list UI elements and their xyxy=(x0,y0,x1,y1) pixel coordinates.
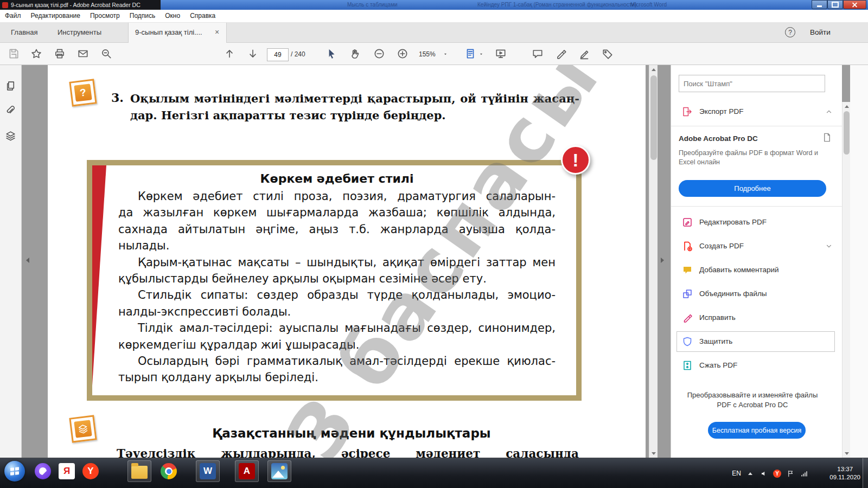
help-icon[interactable]: ? xyxy=(785,27,795,37)
tab-home[interactable]: Главная xyxy=(3,23,45,42)
network-icon[interactable] xyxy=(800,469,808,478)
page-number-input[interactable] xyxy=(267,48,289,61)
tray-chevron-icon[interactable] xyxy=(746,469,755,478)
chevron-up-icon[interactable] xyxy=(825,108,833,115)
background-window-title[interactable]: Мысль с таблицами xyxy=(347,2,398,8)
comment-tool-icon[interactable] xyxy=(532,48,545,61)
window-title-area: 9-сынып қазақ тілі.pdf - Adobe Acrobat R… xyxy=(0,0,161,10)
exclamation-badge: ! xyxy=(561,145,590,175)
panel-scrollbar-thumb[interactable] xyxy=(844,111,850,155)
tools-search-input[interactable] xyxy=(679,75,825,92)
menu-help[interactable]: Справка xyxy=(185,10,220,22)
tool-protect[interactable]: Защитить xyxy=(671,330,843,354)
free-trial-button[interactable]: Бесплатная пробная версия xyxy=(708,422,806,439)
zoom-out-button[interactable] xyxy=(373,48,386,61)
pdf-scrollbar[interactable] xyxy=(649,65,658,458)
email-button[interactable] xyxy=(77,48,90,61)
tool-add-comment[interactable]: Добавить комментарий xyxy=(671,258,843,282)
highlight-tool-icon[interactable] xyxy=(555,48,568,61)
collapse-left-pane-icon[interactable] xyxy=(26,255,33,266)
page-display-mode-icon[interactable] xyxy=(464,48,477,61)
page-thumbnails-icon[interactable] xyxy=(5,80,17,92)
clock[interactable]: 13:37 09.11.2020 xyxy=(829,458,860,488)
box-line: көркемдегіш құралдар жиі ұшырасады. xyxy=(118,337,556,353)
tool-fix[interactable]: Исправить xyxy=(671,306,843,330)
tab-tools[interactable]: Инструменты xyxy=(50,23,109,42)
close-button[interactable] xyxy=(843,0,866,9)
minimize-button[interactable] xyxy=(812,0,827,9)
tab-close-icon[interactable]: × xyxy=(212,28,222,37)
word-icon[interactable]: W xyxy=(199,462,217,480)
send-tool-icon[interactable] xyxy=(602,48,615,61)
menu-edit[interactable]: Редактирование xyxy=(26,10,85,22)
star-button[interactable] xyxy=(30,48,43,61)
save-button[interactable] xyxy=(8,48,21,61)
tray-yandex-icon[interactable]: Y xyxy=(773,470,781,478)
background-window-title[interactable]: Кейіндеу РПГ 1-сабақ (Роман странненной … xyxy=(477,2,636,8)
zoom-in-button[interactable] xyxy=(397,48,410,61)
presentation-mode-icon[interactable] xyxy=(495,48,508,61)
zoom-out-search-icon[interactable] xyxy=(100,48,113,61)
details-button[interactable]: Подробнее xyxy=(679,180,826,197)
show-desktop-button[interactable] xyxy=(863,458,868,488)
panel-scroll-down-icon[interactable] xyxy=(843,449,851,458)
panel-scrollbar[interactable] xyxy=(842,102,850,458)
export-pdf-row[interactable]: Экспорт PDF xyxy=(671,103,843,120)
yandex-icon[interactable]: Y xyxy=(81,462,100,480)
tool-label: Защитить xyxy=(699,330,732,354)
layers-icon[interactable] xyxy=(5,130,17,142)
hand-tool-icon[interactable] xyxy=(349,48,362,61)
photo-viewer-icon[interactable] xyxy=(270,462,289,480)
flag-icon[interactable] xyxy=(786,469,795,478)
box-line: Осылардың бәрі грамматикалық амал-тәсілд… xyxy=(118,353,556,369)
left-sidebar xyxy=(0,65,22,458)
footer-promo-text: Преобразовывайте и изменяйте файлы PDF с… xyxy=(681,390,824,410)
combine-files-icon xyxy=(682,288,693,299)
screen: 9-сынып қазақ тілі.pdf - Adobe Acrobat R… xyxy=(0,0,868,488)
yandex-browser-icon[interactable]: Я xyxy=(58,462,76,480)
scroll-down-icon[interactable] xyxy=(649,449,658,458)
background-window-title[interactable]: Microsoft Word xyxy=(630,2,667,8)
next-page-button[interactable] xyxy=(247,48,260,61)
panel-scroll-up-icon[interactable] xyxy=(843,102,851,111)
language-indicator[interactable]: EN xyxy=(732,470,741,477)
menu-file[interactable]: Файл xyxy=(0,10,26,22)
pdf-scrollbar-thumb[interactable] xyxy=(650,75,657,160)
tool-compress-pdf[interactable]: Сжать PDF xyxy=(671,354,843,377)
maximize-button[interactable] xyxy=(827,0,843,9)
chrome-icon[interactable] xyxy=(159,462,178,480)
print-button[interactable] xyxy=(54,48,67,61)
sign-in-link[interactable]: Войти xyxy=(810,23,831,42)
acrobat-pro-title: Adobe Acrobat Pro DC xyxy=(679,134,758,143)
compress-pdf-icon xyxy=(682,360,693,371)
start-button[interactable] xyxy=(4,461,25,481)
tool-combine-files[interactable]: Объединить файлы xyxy=(671,282,843,306)
tool-edit-pdf[interactable]: Редактировать PDF xyxy=(671,210,843,234)
volume-icon[interactable] xyxy=(760,469,768,478)
tool-create-pdf[interactable]: Создать PDF xyxy=(671,234,843,258)
scroll-up-icon[interactable] xyxy=(649,65,658,74)
fill-sign-tool-icon[interactable] xyxy=(578,48,591,61)
box-line: Қарым-қатынас мақсаты – шындықты, ақиқат… xyxy=(118,254,556,271)
previous-page-button[interactable] xyxy=(224,48,237,61)
attachments-icon[interactable] xyxy=(5,104,17,116)
zoom-level[interactable]: 155% xyxy=(419,50,436,58)
box-line: тырып қолдану арқылы беріледі. xyxy=(118,369,556,386)
tab-document[interactable]: 9-сынып қазақ тілі.... × xyxy=(128,23,227,43)
box-line: Стильдік сипаты: сөздер образды түрде қо… xyxy=(118,287,556,303)
zoom-dropdown-icon[interactable] xyxy=(443,52,449,57)
select-tool-icon[interactable] xyxy=(326,48,339,61)
box-line: Тілдік амал-тәсілдері: ауыспалы мағынада… xyxy=(118,320,556,336)
purple-browser-icon[interactable] xyxy=(34,462,52,480)
box-line: да жазылған көркем шығармаларда жазбаша;… xyxy=(118,204,556,221)
explorer-icon[interactable] xyxy=(130,462,149,480)
collapse-right-pane-icon[interactable] xyxy=(661,255,667,266)
menu-view[interactable]: Просмотр xyxy=(85,10,125,22)
menu-window[interactable]: Окно xyxy=(160,10,185,22)
question-task-icon: ? xyxy=(69,79,97,106)
acrobat-icon[interactable]: A xyxy=(238,462,256,480)
menu-sign[interactable]: Подпись xyxy=(125,10,161,22)
taskbar: Я Y W A EN Y 13:37 09.11.2020 xyxy=(0,458,868,488)
chevron-down-icon[interactable] xyxy=(825,242,833,250)
page-display-dropdown-icon[interactable] xyxy=(478,52,485,57)
